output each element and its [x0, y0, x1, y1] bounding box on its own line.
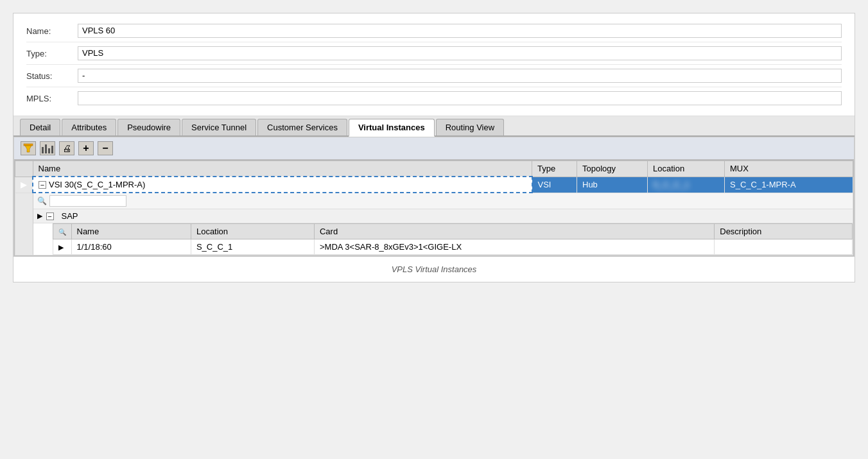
tab-service-tunnel[interactable]: Service Tunnel — [182, 119, 256, 135]
col-location: Location — [648, 161, 725, 177]
status-value: - — [78, 69, 842, 83]
type-label: Type: — [26, 49, 78, 58]
type-row: Type: VPLS — [26, 42, 842, 65]
mpls-row: MPLS: — [26, 87, 842, 109]
sap-row-description — [715, 239, 853, 255]
caption-text: VPLS Virtual Instances — [392, 264, 477, 274]
sap-minus-icon[interactable]: − — [46, 212, 54, 220]
mpls-value — [78, 91, 842, 105]
vsi-topology-cell: Hub — [577, 177, 648, 193]
tab-content-virtual-instances: 🖨 + − Name Type Topology Location — [13, 137, 855, 257]
sap-col-card: Card — [314, 224, 714, 239]
name-row: Name: VPLS 60 — [26, 20, 842, 42]
sap-data-row[interactable]: ▶ 1/1/18:60 S_C_C_1 >MDA 3<SAR-8_8xGEv3>… — [53, 239, 853, 255]
tab-routing-view[interactable]: Routing View — [436, 119, 504, 135]
sub-content-cell: 🔍 ▶ − SAP — [33, 193, 853, 255]
sap-col-location: Location — [191, 224, 314, 239]
minus-expand-icon[interactable]: − — [39, 181, 46, 189]
remove-button[interactable]: − — [98, 141, 113, 155]
filter-icon — [23, 143, 33, 153]
vsi-name-cell: −VSI 30(S_C_C_1-MPR-A) — [33, 177, 532, 193]
name-label: Name: — [26, 26, 78, 36]
mpls-label: MPLS: — [26, 94, 78, 103]
sap-col-name: Name — [71, 224, 191, 239]
tabs-bar: Detail Attributes Pseudowire Service Tun… — [13, 116, 855, 137]
sap-search-col: 🔍 — [53, 224, 71, 239]
search-mini-icon: 🔍 — [37, 196, 47, 205]
col-name: Name — [33, 161, 532, 177]
sap-row-expand-col[interactable]: ▶ — [53, 239, 71, 255]
col-type: Type — [532, 161, 577, 177]
sap-row-location: S_C_C_1 — [191, 239, 314, 255]
sap-row-expand-arrow: ▶ — [58, 243, 64, 251]
page-caption: VPLS Virtual Instances — [13, 257, 855, 282]
sap-section-row: ▶ − SAP — [33, 209, 853, 223]
tab-customer-services[interactable]: Customer Services — [257, 119, 347, 135]
sap-label: SAP — [62, 211, 78, 221]
vsi-location-blurred: S_C_C_1 — [653, 180, 689, 189]
add-button[interactable]: + — [78, 141, 94, 155]
filter-button[interactable] — [21, 141, 36, 155]
name-value: VPLS 60 — [78, 24, 842, 38]
print-button[interactable]: 🖨 — [59, 141, 74, 155]
tab-virtual-instances[interactable]: Virtual Instances — [349, 119, 435, 137]
sap-search-icon: 🔍 — [58, 229, 66, 236]
table-header-row: Name Type Topology Location MUX — [15, 161, 853, 177]
virtual-instances-table: Name Type Topology Location MUX ▶ — [14, 160, 854, 256]
main-panel: Name: VPLS 60 Type: VPLS Status: - MPLS:… — [13, 13, 855, 282]
vsi-type-cell: VSI — [532, 177, 577, 193]
sub-expand-col — [15, 193, 33, 255]
print-icon: 🖨 — [62, 143, 71, 153]
columns-icon — [42, 143, 53, 153]
columns-button[interactable] — [40, 141, 55, 155]
sap-header-row: 🔍 Name Location Card Description — [53, 224, 853, 239]
sap-expand-arrow[interactable]: ▶ — [37, 212, 42, 220]
tab-attributes[interactable]: Attributes — [62, 119, 116, 135]
sap-row-name: 1/1/18:60 — [71, 239, 191, 255]
type-value: VPLS — [78, 46, 842, 60]
sub-search-row: 🔍 ▶ − SAP — [15, 193, 853, 255]
sap-row-card: >MDA 3<SAR-8_8xGEv3>1<GIGE-LX — [314, 239, 714, 255]
row-expand-cell[interactable]: ▶ — [15, 177, 33, 193]
sap-sub-table-container: 🔍 Name Location Card Description — [53, 223, 853, 255]
remove-icon: − — [102, 143, 108, 154]
vsi-name-text: VSI 30(S_C_C_1-MPR-A) — [49, 180, 145, 189]
svg-rect-0 — [24, 144, 33, 146]
add-icon: + — [83, 143, 89, 154]
status-row: Status: - — [26, 65, 842, 87]
sub-search-input[interactable] — [49, 195, 126, 207]
sap-col-description: Description — [715, 224, 853, 239]
expand-col-header — [15, 161, 33, 177]
form-section: Name: VPLS 60 Type: VPLS Status: - MPLS: — [13, 13, 855, 116]
vsi-location-cell: S_C_C_1 — [648, 177, 725, 193]
vsi-mux-cell: S_C_C_1-MPR-A — [725, 177, 853, 193]
tab-pseudowire[interactable]: Pseudowire — [117, 119, 180, 135]
status-label: Status: — [26, 71, 78, 81]
svg-marker-1 — [25, 146, 31, 152]
expand-arrow: ▶ — [21, 180, 27, 189]
col-topology: Topology — [577, 161, 648, 177]
col-mux: MUX — [725, 161, 853, 177]
tab-detail[interactable]: Detail — [20, 119, 60, 135]
table-row[interactable]: ▶ −VSI 30(S_C_C_1-MPR-A) VSI Hub S_C_C_1… — [15, 177, 853, 193]
toolbar: 🖨 + − — [14, 137, 854, 160]
